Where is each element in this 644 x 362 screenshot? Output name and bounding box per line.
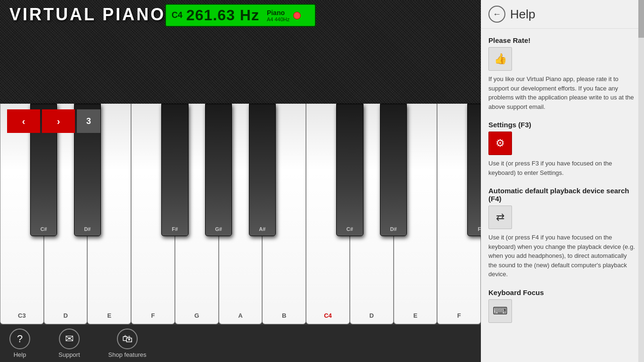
help-section-title-settings: Settings (F3) <box>488 121 636 129</box>
support-button-label: Support <box>58 351 80 358</box>
help-button[interactable]: ?Help <box>9 329 30 358</box>
black-key-label: A# <box>259 226 265 232</box>
black-key-label: G# <box>215 226 222 232</box>
octave-number: 3 <box>77 109 100 133</box>
black-key-5[interactable]: C# <box>336 104 363 236</box>
freq-note: C4 <box>172 10 182 20</box>
black-key-6[interactable]: D# <box>380 104 407 236</box>
key-label: E <box>107 312 112 319</box>
frequency-display: C4 261.63 Hz Piano A4 440Hz <box>165 4 316 27</box>
help-content[interactable]: Please Rate!👍If you like our Virtual Pia… <box>481 29 644 362</box>
help-section-keyboard-focus: Keyboard Focus⌨ <box>488 288 636 323</box>
help-header: ← Help <box>481 0 644 29</box>
freq-hz: 261.63 Hz <box>186 7 259 24</box>
octave-prev-button[interactable]: ‹ <box>7 109 40 133</box>
back-button[interactable]: ← <box>488 6 505 23</box>
key-label: F <box>457 312 461 319</box>
help-section-text-settings: Use it (or press F3 if you have focused … <box>488 159 636 177</box>
shop-features-button-icon: 🛍 <box>117 329 138 349</box>
help-section-playback: Automatic default playback device search… <box>488 187 636 279</box>
help-title: Help <box>510 7 535 22</box>
black-key-wrap-2: F# <box>161 104 188 324</box>
black-key-2[interactable]: F# <box>161 104 188 236</box>
help-section-text-playback: Use it (or press F4 if you have focused … <box>488 233 636 279</box>
freq-instrument: Piano <box>267 9 285 16</box>
freq-right: Piano A4 440Hz <box>267 9 289 22</box>
black-key-wrap-7: F# <box>467 104 481 324</box>
black-key-label: D# <box>84 226 91 232</box>
support-button-icon: ✉ <box>59 329 80 349</box>
black-key-wrap-6: D# <box>380 104 407 324</box>
black-key-3[interactable]: G# <box>205 104 232 236</box>
help-panel: ← Help Please Rate!👍If you like our Virt… <box>481 0 644 362</box>
help-action-btn-playback[interactable]: ⇄ <box>488 206 512 229</box>
help-section-title-keyboard-focus: Keyboard Focus <box>488 288 636 296</box>
key-label: D <box>63 312 67 319</box>
key-label: D <box>370 312 374 319</box>
black-key-wrap-0: C# <box>30 104 57 324</box>
black-key-label: C# <box>347 226 353 232</box>
black-key-7[interactable]: F# <box>467 104 481 236</box>
freq-a4: A4 440Hz <box>267 16 289 22</box>
app-title: VIRTUAL PIANO <box>9 5 165 25</box>
keys-container: C3DEFGABC4DEF <box>0 104 481 324</box>
key-label: E <box>413 312 418 319</box>
black-key-wrap-1: D# <box>74 104 101 324</box>
key-label: B <box>282 312 286 319</box>
black-key-label: F# <box>478 226 481 232</box>
help-section-title-please-rate: Please Rate! <box>488 36 636 44</box>
help-section-title-playback: Automatic default playback device search… <box>488 187 636 203</box>
black-key-label: C# <box>41 226 47 232</box>
shop-features-button-label: Shop features <box>108 351 147 358</box>
key-label: G <box>194 312 199 319</box>
key-label: C3 <box>18 312 26 319</box>
black-key-label: F# <box>172 226 178 232</box>
key-label: C4 <box>324 312 332 319</box>
help-section-please-rate: Please Rate!👍If you like our Virtual Pia… <box>488 36 636 111</box>
octave-next-button[interactable]: › <box>42 109 75 133</box>
black-key-wrap-5: C# <box>336 104 363 324</box>
piano-area: VIRTUAL PIANO C4 261.63 Hz Piano A4 440H… <box>0 0 481 362</box>
help-action-btn-settings[interactable]: ⚙ <box>488 132 512 155</box>
support-button[interactable]: ✉Support <box>58 329 80 358</box>
freq-indicator-dot <box>293 12 301 19</box>
black-key-wrap-3: G# <box>205 104 232 324</box>
help-section-settings: Settings (F3)⚙Use it (or press F3 if you… <box>488 121 636 177</box>
help-action-btn-please-rate[interactable]: 👍 <box>488 47 512 71</box>
help-action-btn-keyboard-focus[interactable]: ⌨ <box>488 299 512 323</box>
shop-features-button[interactable]: 🛍Shop features <box>108 329 147 358</box>
help-scrollbar-thumb[interactable] <box>638 0 644 38</box>
help-button-label: Help <box>14 351 26 358</box>
black-key-wrap-4: A# <box>249 104 276 324</box>
help-section-text-please-rate: If you like our Virtual Piano app, pleas… <box>488 74 636 111</box>
key-label: A <box>238 312 242 319</box>
octave-navigation: ‹ › 3 <box>7 109 100 133</box>
bottom-bar: ?Help✉Support🛍Shop features <box>0 324 481 362</box>
key-label: F <box>151 312 155 319</box>
black-key-label: D# <box>390 226 397 232</box>
keys-wrapper: C3DEFGABC4DEF <box>0 104 481 324</box>
help-button-icon: ? <box>9 329 30 349</box>
help-scrollbar[interactable] <box>638 0 644 362</box>
black-key-4[interactable]: A# <box>249 104 276 236</box>
